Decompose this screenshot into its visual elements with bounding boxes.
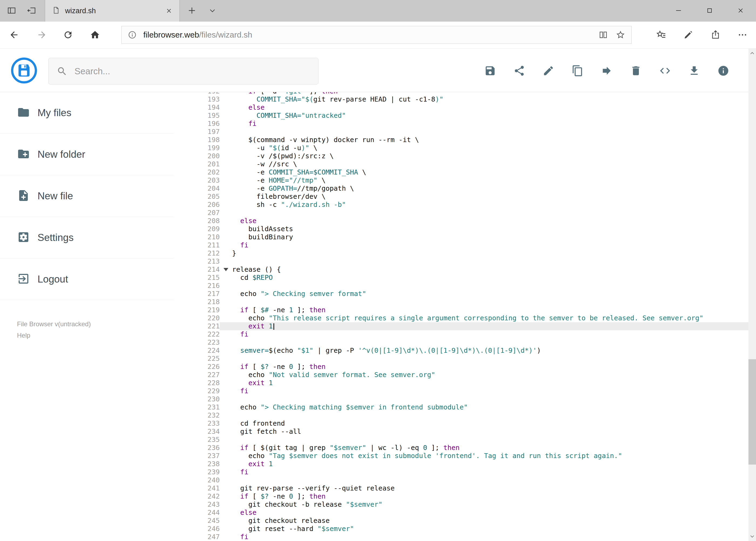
code-line-row[interactable]: 239 fi [174,468,748,476]
code-line-row[interactable]: 203 -e HOME="//tmp" \ [174,176,748,185]
code-line-row[interactable]: 196 fi [174,120,748,128]
code-line-row[interactable]: 222 fi [174,330,748,338]
tabs-you-set-aside-button[interactable] [2,0,21,22]
scrollbar-thumb[interactable] [748,359,756,465]
reading-view-icon[interactable] [599,30,608,40]
fold-arrow-icon[interactable] [223,268,228,271]
code-line-row[interactable]: 243 git checkout -b release "$semver" [174,500,748,509]
address-bar[interactable]: filebrowser.web/files/wizard.sh [122,26,631,44]
code-line-row[interactable]: 240 [174,476,748,484]
code-line-row[interactable]: 227 echo "Not valid semver format. See s… [174,371,748,379]
search-input[interactable] [75,66,310,76]
code-line-row[interactable]: 226 if [ $? -ne 0 ]; then [174,363,748,371]
move-button[interactable] [599,63,615,80]
code-line-row[interactable]: 211 fi [174,241,748,249]
more-options-button[interactable] [731,24,754,46]
sidebar-item-new-folder[interactable]: New folder [0,134,173,175]
code-line-row[interactable]: 207 [174,209,748,217]
code-editor[interactable]: 192 if [ -d ".git" ]; then193 COMMIT_SHA… [174,92,748,541]
code-line-row[interactable]: 242 if [ $? -ne 0 ]; then [174,492,748,500]
code-line-row[interactable]: 199 -u "$(id -u)" \ [174,144,748,152]
code-line-row[interactable]: 198 $(command -v winpty) docker run --rm… [174,136,748,144]
code-line-row[interactable]: 218 [174,298,748,306]
sidebar-item-logout[interactable]: Logout [0,259,173,300]
scroll-down-arrow[interactable] [748,532,756,541]
browser-tab[interactable]: wizard.sh [45,0,180,22]
code-line-row[interactable]: 208 else [174,217,748,225]
code-line-row[interactable]: 209 buildAssets [174,225,748,233]
filebrowser-logo[interactable] [11,57,37,84]
code-view-button[interactable] [657,63,673,80]
code-line-row[interactable]: 195 COMMIT_SHA="untracked" [174,112,748,120]
tab-list-chevron-button[interactable] [203,0,222,22]
code-line-row[interactable]: 232 [174,411,748,419]
sidebar-item-new-file[interactable]: New file [0,175,173,217]
code-line-row[interactable]: 219 if [ $# -ne 1 ]; then [174,306,748,314]
code-line-row[interactable]: 217 echo "> Checking semver format" [174,290,748,298]
code-line-row[interactable]: 193 COMMIT_SHA="$(git rev-parse HEAD | c… [174,95,748,104]
home-button[interactable] [84,24,106,46]
code-line-row[interactable]: 241 git rev-parse --verify --quiet relea… [174,484,748,492]
save-button[interactable] [482,63,499,80]
code-line-row[interactable]: 234 git fetch --all [174,427,748,436]
code-line-row[interactable]: 202 -e COMMIT_SHA=$COMMIT_SHA \ [174,168,748,176]
forward-button[interactable] [31,24,53,46]
tab-close-icon[interactable] [165,7,172,14]
close-button[interactable] [725,0,756,22]
fold-gutter[interactable] [220,266,232,273]
delete-button[interactable] [628,63,644,80]
code-line-row[interactable]: 238 exit 1 [174,460,748,468]
code-line-row[interactable]: 201 -w //src \ [174,160,748,168]
maximize-button[interactable] [694,0,725,22]
code-line-row[interactable]: 225 [174,355,748,363]
help-link[interactable]: Help [17,330,91,341]
code-line-row[interactable]: 235 [174,436,748,444]
info-button[interactable] [715,63,732,80]
code-line-row[interactable]: 223 [174,338,748,346]
code-line-row[interactable]: 210 buildBinary [174,233,748,241]
share-button[interactable] [511,63,528,80]
new-tab-button[interactable] [182,0,201,22]
sidebar-item-my-files[interactable]: My files [0,92,173,134]
code-line-row[interactable]: 213 [174,258,748,266]
code-line-row[interactable]: 231 echo "> Checking matching $semver in… [174,403,748,411]
code-line-row[interactable]: 216 [174,282,748,290]
share-page-button[interactable] [704,24,727,46]
code-line-row[interactable]: 229 fi [174,387,748,395]
code-line-row[interactable]: 220 echo "This release script requires a… [174,314,748,322]
code-line-row[interactable]: 244 else [174,509,748,517]
favorite-star-icon[interactable] [616,30,626,40]
favorites-hub-button[interactable] [650,24,672,46]
code-line-row[interactable]: 228 exit 1 [174,379,748,387]
code-line-row[interactable]: 192 if [ -d ".git" ]; then [174,92,748,95]
code-line-row[interactable]: 224 semver=$(echo "$1" | grep -P '^v(0|[… [174,346,748,355]
set-tabs-aside-button[interactable] [22,0,41,22]
code-line-row[interactable]: 197 [174,128,748,136]
code-line-row[interactable]: 237 echo "Tag $semver does not exist in … [174,452,748,460]
rename-button[interactable] [540,63,557,80]
code-line-row[interactable]: 200 -v /$(pwd):/src:z \ [174,152,748,160]
code-line-row[interactable]: 221 exit 1 [174,322,748,330]
code-line-row[interactable]: 245 git checkout release [174,517,748,525]
minimize-button[interactable] [663,0,694,22]
code-line-row[interactable]: 236 if [ $(git tag | grep "$semver" | wc… [174,444,748,452]
refresh-button[interactable] [57,24,79,46]
back-button[interactable] [3,24,25,46]
code-line-row[interactable]: 215 cd $REPO [174,273,748,282]
download-button[interactable] [686,63,702,80]
scroll-up-arrow[interactable] [748,49,756,58]
sidebar-item-settings[interactable]: Settings [0,217,173,259]
code-line-row[interactable]: 246 git reset --hard "$semver" [174,525,748,533]
code-line-row[interactable]: 214release () { [174,266,748,273]
code-line-row[interactable]: 204 -e GOPATH=//tmp/gopath \ [174,185,748,193]
code-line-row[interactable]: 206 sh -c "./wizard.sh -b" [174,201,748,209]
copy-button[interactable] [569,63,586,80]
code-line-row[interactable]: 230 [174,395,748,403]
code-line-row[interactable]: 212} [174,249,748,258]
site-info-icon[interactable] [127,30,137,39]
code-line-row[interactable]: 247 fi [174,533,748,541]
code-line-row[interactable]: 194 else [174,104,748,112]
code-line-row[interactable]: 233 cd frontend [174,419,748,427]
web-note-button[interactable] [677,24,700,46]
code-line-row[interactable]: 205 filebrowser/dev \ [174,193,748,201]
